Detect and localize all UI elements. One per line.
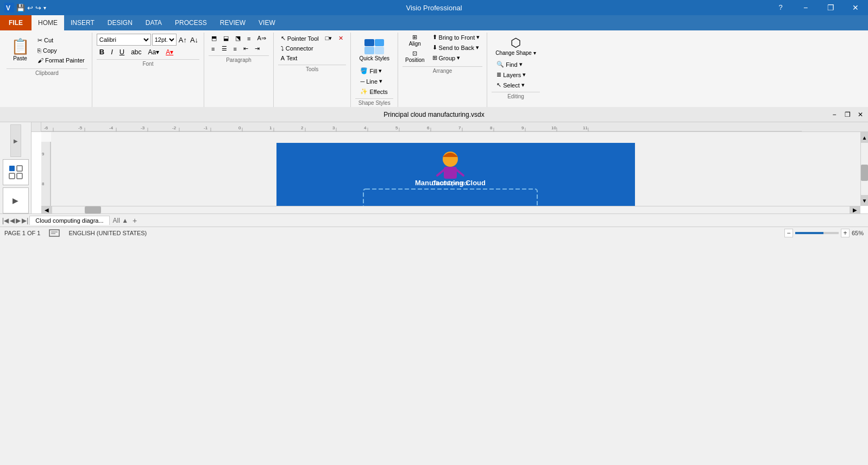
svg-rect-5 — [17, 173, 22, 179]
svg-rect-3 — [17, 166, 22, 171]
tab-process[interactable]: PROCESS — [168, 15, 213, 30]
close-tools-button[interactable]: ✕ — [336, 34, 346, 43]
status-left: PAGE 1 OF 1 ENGLISH (UNITED STATES) — [4, 229, 147, 237]
strikethrough-button[interactable]: abc — [128, 47, 144, 57]
tab-home[interactable]: HOME — [32, 15, 64, 30]
tab-review[interactable]: REVIEW — [213, 15, 252, 30]
ruler-left: 9 8 7 6 5 4 3 2 1 0 -1 -2 — [41, 142, 51, 206]
font-shrink-icon[interactable]: A↓ — [189, 35, 199, 45]
svg-text:8: 8 — [42, 181, 45, 186]
shape-dropdown-button[interactable]: □▾ — [323, 34, 335, 43]
bullet-list-button[interactable]: ≡ — [244, 34, 253, 43]
doc-close-btn[interactable]: ✕ — [855, 109, 866, 120]
effects-button[interactable]: ✨ Effects — [357, 87, 393, 96]
select-button[interactable]: ↖ Select▾ — [494, 80, 540, 90]
font-grow-icon[interactable]: A↑ — [178, 35, 188, 45]
svg-text:Cloud Operator: Cloud Operator — [432, 180, 469, 186]
zoom-out-btn[interactable]: − — [784, 229, 793, 237]
font-case-button[interactable]: Aa▾ — [146, 47, 162, 57]
panel-collapse-btn[interactable]: ▶ — [10, 124, 21, 157]
title-text: Visio Professional — [406, 4, 462, 12]
zoom-in-btn[interactable]: + — [841, 229, 850, 237]
increase-indent-button[interactable]: ⇥ — [252, 44, 262, 53]
svg-text:-6: -6 — [44, 125, 48, 130]
change-shape-button[interactable]: ⬡ Change Shape ▾ — [492, 33, 540, 60]
italic-button[interactable]: I — [108, 47, 116, 57]
quick-styles-label: Quick Styles — [359, 55, 389, 61]
doc-restore-btn[interactable]: ❐ — [842, 109, 853, 120]
send-to-back-button[interactable]: ⬇ Send to Back▾ — [430, 43, 483, 52]
font-color-button[interactable]: A▾ — [163, 47, 176, 57]
font-size-select[interactable]: 12pt. — [152, 34, 177, 46]
cut-button[interactable]: ✂ Cut — [35, 36, 87, 45]
zoom-control[interactable]: − + 65% — [784, 229, 864, 237]
align-icon: ⊞ — [412, 34, 417, 41]
shapes-panel-btn[interactable] — [3, 159, 29, 185]
paste-button[interactable]: 📋 Paste — [7, 34, 34, 66]
copy-button[interactable]: ⎘ Copy — [35, 46, 87, 55]
tab-design[interactable]: DESIGN — [101, 15, 139, 30]
save-icon[interactable]: 💾 — [16, 4, 25, 12]
zoom-slider[interactable] — [795, 232, 839, 234]
text-direction-button[interactable]: A⇒ — [255, 34, 269, 43]
group-icon: ⊞ — [432, 54, 437, 61]
redo-icon[interactable]: ↪ — [35, 4, 41, 12]
navigation-btn[interactable]: ▶ — [3, 187, 29, 213]
page-tab-1[interactable]: Cloud computing diagra... — [29, 216, 109, 225]
quick-access-more[interactable]: ▾ — [43, 5, 46, 11]
format-painter-button[interactable]: 🖌 Format Painter — [35, 56, 87, 65]
font-name-select[interactable]: Calibri — [97, 34, 151, 46]
align-left-button[interactable]: ≡ — [209, 45, 217, 53]
paragraph-label: Paragraph — [209, 55, 269, 64]
tab-view[interactable]: VIEW — [252, 15, 282, 30]
editing-group: ⬡ Change Shape ▾ 🔍 Find▾ ≣ Layers▾ ↖ Sel… — [487, 33, 544, 107]
zoom-slider-fill — [795, 232, 823, 234]
tab-insert[interactable]: INSERT — [64, 15, 101, 30]
page-nav-last[interactable]: ▶| — [22, 217, 28, 224]
page-nav-prev[interactable]: ◀ — [10, 217, 15, 224]
tab-file[interactable]: FILE — [0, 15, 32, 30]
close-btn[interactable]: ✕ — [843, 0, 868, 15]
bottom-scrollbar[interactable]: ◀ ▶ — [41, 206, 860, 213]
minimize-btn[interactable]: − — [793, 0, 818, 15]
tab-data[interactable]: DATA — [139, 15, 168, 30]
svg-text:8: 8 — [490, 125, 493, 130]
underline-button[interactable]: U — [117, 47, 127, 57]
position-icon: ⊡ — [412, 50, 417, 57]
align-right-button[interactable]: ≡ — [231, 45, 240, 53]
restore-btn[interactable]: ❐ — [818, 0, 843, 15]
app-icon: V 💾 ↩ ↪ ▾ — [4, 3, 46, 12]
connector-button[interactable]: ⤵ Connector — [278, 44, 316, 53]
select-icon: ↖ — [496, 81, 501, 89]
svg-rect-2 — [9, 166, 15, 171]
tools-group: ↖ Pointer Tool □▾ ✕ ⤵ Connector A Text T… — [274, 33, 351, 107]
undo-icon[interactable]: ↩ — [27, 4, 33, 12]
help-btn[interactable]: ? — [768, 0, 793, 15]
fill-button[interactable]: 🪣 Fill▾ — [357, 66, 393, 76]
bring-front-icon: ⬆ — [432, 34, 437, 41]
line-button[interactable]: ─ Line▾ — [357, 77, 393, 86]
page-nav-first[interactable]: |◀ — [2, 217, 9, 224]
doc-minimize-btn[interactable]: − — [829, 109, 840, 120]
align-left-top-button[interactable]: ⬒ — [209, 34, 219, 43]
all-pages[interactable]: All ▲ — [113, 217, 129, 224]
group-button[interactable]: ⊞ Group▾ — [430, 53, 483, 62]
editing-label: Editing — [492, 92, 540, 100]
text-button[interactable]: A Text — [278, 54, 300, 62]
bring-to-front-button[interactable]: ⬆ Bring to Front▾ — [430, 33, 483, 42]
quick-styles-button[interactable]: Quick Styles — [355, 34, 393, 66]
bold-button[interactable]: B — [97, 47, 107, 57]
align-button[interactable]: ⊞ Align — [406, 33, 424, 48]
pointer-tool-button[interactable]: ↖ Pointer Tool — [278, 34, 322, 43]
align-center-button[interactable]: ☰ — [219, 44, 230, 53]
page-nav-next[interactable]: ▶ — [16, 217, 21, 224]
decrease-indent-button[interactable]: ⇤ — [241, 44, 251, 53]
layers-button[interactable]: ≣ Layers▾ — [494, 70, 540, 79]
align-center-top-button[interactable]: ⬓ — [221, 34, 231, 43]
position-button[interactable]: ⊡ Position — [402, 49, 427, 64]
align-right-top-button[interactable]: ⬔ — [232, 34, 243, 43]
add-page-btn[interactable]: + — [129, 215, 140, 226]
arrange-label: Arrange — [402, 66, 482, 75]
find-button[interactable]: 🔍 Find▾ — [494, 60, 540, 69]
right-scrollbar[interactable]: ▲ ▼ — [860, 132, 868, 206]
